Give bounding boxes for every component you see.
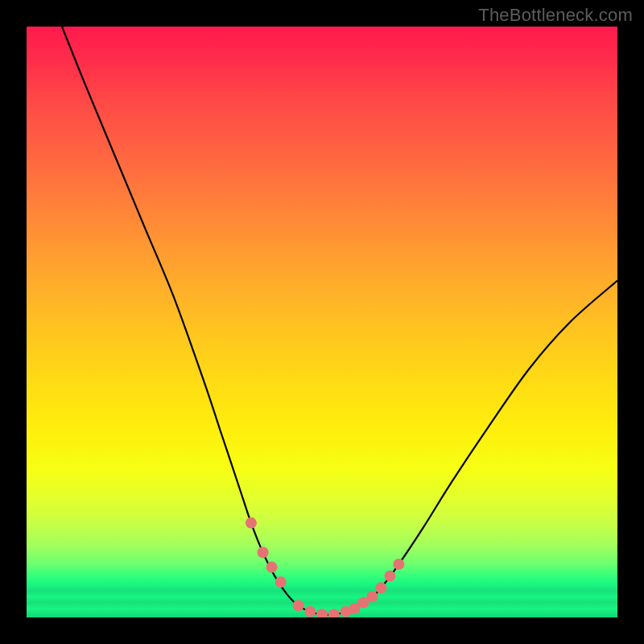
marker-point (384, 571, 395, 582)
marker-point (366, 591, 378, 602)
marker-point (258, 547, 269, 558)
highlight-markers (246, 518, 405, 617)
marker-point (393, 559, 404, 570)
marker-point (304, 606, 316, 617)
plot-area (27, 27, 617, 617)
watermark-text: TheBottleneck.com (478, 5, 633, 26)
chart-svg (27, 27, 617, 617)
marker-point (266, 562, 278, 573)
marker-point (275, 576, 287, 588)
marker-point (328, 609, 340, 617)
bottleneck-curve (62, 27, 617, 615)
marker-point (375, 582, 386, 593)
marker-point (246, 518, 257, 529)
chart-frame: TheBottleneck.com (0, 0, 644, 644)
marker-point (293, 600, 304, 611)
marker-point (316, 609, 328, 617)
